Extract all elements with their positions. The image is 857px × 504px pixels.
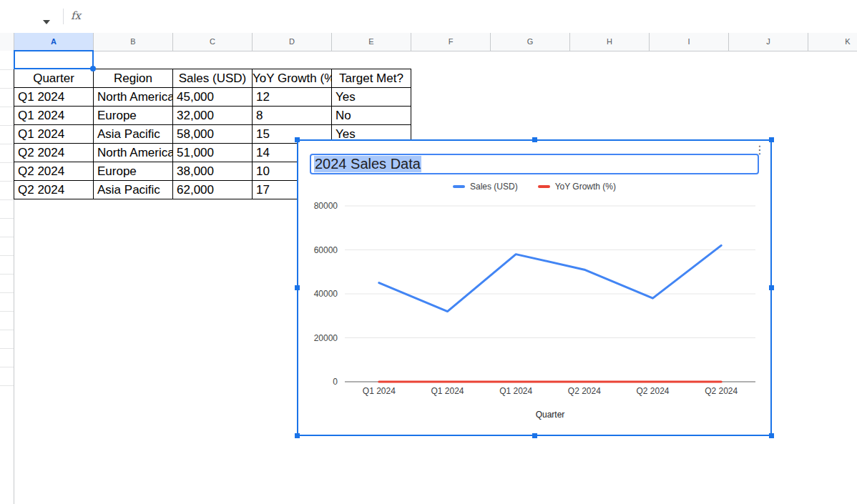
chart-resize-handle-bottom-left[interactable]: [295, 433, 300, 438]
svg-text:0: 0: [333, 377, 338, 387]
row-divider: [0, 255, 14, 256]
data-cell[interactable]: 32,000: [173, 107, 253, 125]
header-cell[interactable]: Quarter: [14, 69, 94, 88]
column-header-E[interactable]: E: [332, 33, 411, 51]
chart-container[interactable]: 020000400006000080000Q1 2024Q1 2024Q1 20…: [298, 141, 770, 435]
data-cell[interactable]: 51,000: [173, 144, 253, 162]
more-vertical-icon[interactable]: ⋮: [754, 144, 765, 156]
data-cell[interactable]: 45,000: [173, 88, 253, 107]
data-cell[interactable]: Q1 2024: [14, 125, 94, 144]
svg-text:Q1 2024: Q1 2024: [499, 386, 532, 396]
row-divider: [0, 237, 14, 237]
chart-resize-handle-middle-right[interactable]: [769, 285, 774, 290]
column-header-H[interactable]: H: [570, 33, 650, 51]
legend-label: Sales (USD): [470, 182, 518, 192]
formula-input[interactable]: [89, 0, 857, 32]
row-divider: [0, 69, 14, 70]
legend-label: YoY Growth (%): [555, 182, 616, 192]
legend-item[interactable]: YoY Growth (%): [538, 182, 616, 192]
svg-text:Q2 2024: Q2 2024: [568, 386, 601, 396]
svg-text:Q1 2024: Q1 2024: [363, 386, 396, 396]
column-header-F[interactable]: F: [411, 33, 491, 51]
data-cell[interactable]: 62,000: [173, 181, 253, 199]
svg-text:Q2 2024: Q2 2024: [636, 386, 669, 396]
row-divider: [0, 144, 14, 144]
chart-resize-handle-top-left[interactable]: [295, 137, 300, 142]
data-cell[interactable]: North America: [94, 88, 173, 107]
row-divider: [0, 218, 14, 219]
row-divider: [0, 385, 14, 386]
row-divider: [0, 367, 14, 367]
row-divider: [0, 292, 14, 293]
header-cell[interactable]: YoY Growth (%): [253, 69, 332, 88]
svg-text:Q1 2024: Q1 2024: [431, 386, 464, 396]
svg-text:80000: 80000: [314, 201, 338, 211]
chart-resize-handle-bottom-middle[interactable]: [532, 433, 537, 438]
data-cell[interactable]: Q2 2024: [14, 181, 94, 199]
header-cell[interactable]: Sales (USD): [173, 69, 253, 88]
data-cell[interactable]: 38,000: [173, 162, 253, 181]
row-divider: [0, 88, 14, 89]
column-header-I[interactable]: I: [650, 33, 729, 51]
chart-resize-handle-top-right[interactable]: [769, 137, 774, 142]
data-cell[interactable]: 58,000: [173, 125, 253, 144]
chart-title-editor[interactable]: 2024 Sales Data: [310, 154, 759, 174]
data-cell[interactable]: Q1 2024: [14, 107, 94, 125]
formula-bar: fx: [0, 0, 857, 34]
data-cell[interactable]: Asia Pacific: [94, 181, 173, 199]
data-cell[interactable]: Yes: [332, 88, 411, 107]
column-header-K[interactable]: K: [808, 33, 857, 51]
column-header-J[interactable]: J: [729, 33, 808, 51]
chart-resize-handle-top-middle[interactable]: [532, 137, 537, 142]
svg-text:Q2 2024: Q2 2024: [705, 386, 738, 396]
row-divider: [0, 311, 14, 312]
header-cell[interactable]: Region: [94, 69, 173, 88]
data-cell[interactable]: 8: [253, 107, 332, 125]
row-gutter[interactable]: [0, 51, 14, 504]
row-divider: [0, 181, 14, 182]
active-cell-selection: [14, 50, 94, 69]
fill-handle[interactable]: [90, 66, 96, 71]
spreadsheet-app: fx ABCDEFGHIJK QuarterRegionSales (USD)Y…: [0, 0, 857, 504]
svg-text:Quarter: Quarter: [536, 410, 565, 420]
row-divider: [0, 199, 14, 200]
data-cell[interactable]: Europe: [94, 107, 173, 125]
svg-text:20000: 20000: [314, 333, 338, 343]
column-header-D[interactable]: D: [253, 33, 332, 51]
chart-resize-handle-middle-left[interactable]: [295, 285, 300, 290]
row-divider: [0, 162, 14, 163]
row-divider: [0, 274, 14, 275]
data-cell[interactable]: North America: [94, 144, 173, 162]
row-divider: [0, 348, 14, 349]
chart-legend: Sales (USD)YoY Growth (%): [298, 182, 770, 192]
column-header-G[interactable]: G: [491, 33, 570, 51]
data-cell[interactable]: 12: [253, 88, 332, 107]
header-cell[interactable]: Target Met?: [332, 69, 411, 88]
data-cell[interactable]: No: [332, 107, 411, 125]
row-divider: [0, 125, 14, 126]
column-header-B[interactable]: B: [94, 33, 173, 51]
column-header-C[interactable]: C: [173, 33, 253, 51]
data-cell[interactable]: Europe: [94, 162, 173, 181]
row-divider: [0, 330, 14, 330]
chart-resize-handle-bottom-right[interactable]: [769, 433, 774, 438]
column-header-A[interactable]: A: [14, 33, 94, 51]
select-all-corner[interactable]: [0, 33, 14, 51]
svg-text:60000: 60000: [314, 245, 338, 255]
data-cell[interactable]: Asia Pacific: [94, 125, 173, 144]
column-headers: ABCDEFGHIJK: [0, 33, 857, 51]
data-cell[interactable]: Q1 2024: [14, 88, 94, 107]
legend-swatch-icon: [538, 185, 550, 188]
data-cell[interactable]: Q2 2024: [14, 162, 94, 181]
row-divider: [0, 107, 14, 107]
name-box[interactable]: [0, 0, 63, 32]
chart-title-text[interactable]: 2024 Sales Data: [314, 156, 421, 172]
legend-swatch-icon: [453, 185, 465, 188]
toolbar-divider: [63, 9, 64, 24]
legend-item[interactable]: Sales (USD): [453, 182, 518, 192]
chevron-down-icon[interactable]: [43, 20, 50, 24]
data-cell[interactable]: Q2 2024: [14, 144, 94, 162]
svg-text:40000: 40000: [314, 289, 338, 299]
fx-icon: fx: [71, 0, 81, 32]
